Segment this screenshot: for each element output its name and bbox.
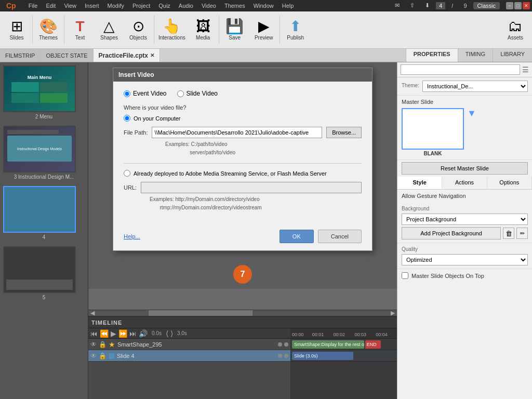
smartshape-track-item: SmartShape:Display for the rest of the s… bbox=[292, 340, 364, 349]
eye-icon-smartshape[interactable]: 👁 bbox=[90, 341, 97, 348]
play-back-btn[interactable]: ⏮ bbox=[90, 329, 98, 338]
toolbar-interactions[interactable]: 👆 Interactions bbox=[155, 11, 189, 48]
menu-insert[interactable]: Insert bbox=[81, 3, 103, 9]
minimize-button[interactable]: − bbox=[506, 2, 513, 9]
maximize-button[interactable]: □ bbox=[514, 2, 522, 9]
classic-button[interactable]: Classic bbox=[473, 2, 500, 9]
theme-select[interactable]: Instructional_De... bbox=[422, 81, 528, 92]
menu-modify[interactable]: Modify bbox=[103, 3, 128, 9]
menu-view[interactable]: View bbox=[60, 3, 81, 9]
toolbar-text[interactable]: T Text bbox=[65, 11, 95, 48]
menu-video[interactable]: Video bbox=[197, 3, 220, 9]
toolbar-objects[interactable]: ⊙ Objects bbox=[124, 11, 153, 48]
toolbar-sep-3 bbox=[154, 16, 154, 44]
shapes-label: Shapes bbox=[100, 35, 118, 41]
text-label: Text bbox=[75, 35, 85, 41]
menu-project[interactable]: Project bbox=[128, 3, 154, 9]
eye-icon-slide4[interactable]: 👁 bbox=[90, 352, 97, 360]
toolbar-media[interactable]: 🖼 Media bbox=[189, 11, 218, 48]
filmstrip-slide-2[interactable]: Main Menu 2 Menu bbox=[0, 62, 88, 123]
menu-window[interactable]: Window bbox=[249, 3, 278, 9]
menu-help[interactable]: Help bbox=[278, 3, 298, 9]
toolbar-save[interactable]: 💾 Save bbox=[220, 11, 249, 48]
smartshape-name: SmartShape_295 bbox=[117, 341, 276, 348]
slide-video-label[interactable]: Slide Video bbox=[177, 90, 218, 97]
play-prev-btn[interactable]: ⏪ bbox=[100, 329, 109, 338]
bg-select[interactable]: Project Background bbox=[402, 214, 528, 225]
toolbar-assets[interactable]: 🗂 Assets bbox=[501, 11, 530, 48]
event-video-label[interactable]: Event Video bbox=[124, 90, 167, 97]
footer-buttons: OK Cancel bbox=[280, 230, 362, 243]
tab-properties[interactable]: PROPERTIES bbox=[406, 49, 458, 62]
slide-video-radio[interactable] bbox=[177, 90, 184, 97]
toolbar-publish[interactable]: ⬆ Publish bbox=[281, 11, 310, 48]
deployed-radio[interactable] bbox=[124, 170, 130, 177]
time-mark-2: 00:02 bbox=[334, 332, 345, 337]
menu-edit[interactable]: Edit bbox=[42, 3, 60, 9]
toolbar-slides[interactable]: ⊞ Slides bbox=[2, 11, 31, 48]
toolbar-shapes[interactable]: △ Shapes bbox=[95, 11, 124, 48]
master-objects-checkbox[interactable] bbox=[402, 272, 408, 279]
actions-tab[interactable]: Actions bbox=[442, 177, 487, 189]
tab-file[interactable]: PracticeFile.cptx ✕ bbox=[94, 49, 160, 62]
share-icon[interactable]: ⇧ bbox=[406, 2, 419, 9]
file-path-input[interactable] bbox=[152, 127, 322, 138]
timeline-arrow-left[interactable]: ⟨ bbox=[166, 329, 168, 338]
reset-master-button[interactable]: Reset Master Slide bbox=[402, 162, 528, 175]
master-slide-thumb[interactable] bbox=[402, 108, 464, 150]
close-button[interactable]: ✕ bbox=[523, 2, 530, 9]
deployed-option: Already deployed to Adobe Media Streamin… bbox=[124, 170, 362, 177]
scroll-thumb[interactable] bbox=[149, 310, 252, 316]
menu-quiz[interactable]: Quiz bbox=[154, 3, 175, 9]
on-computer-radio[interactable] bbox=[124, 115, 130, 122]
delete-bg-button[interactable]: 🗑 bbox=[503, 228, 514, 239]
help-link[interactable]: Help... bbox=[124, 233, 140, 240]
url-input[interactable] bbox=[141, 182, 362, 193]
horizontal-scrollbar[interactable]: ◀ ▶ bbox=[88, 310, 397, 316]
options-tab[interactable]: Options bbox=[487, 177, 532, 189]
tab-timing[interactable]: TIMING bbox=[458, 49, 493, 62]
ok-button[interactable]: OK bbox=[280, 230, 314, 243]
edit-bg-button[interactable]: ✏ bbox=[516, 228, 528, 239]
timeline-arrow-right[interactable]: ⟩ bbox=[170, 329, 173, 338]
menu-themes[interactable]: Themes bbox=[220, 3, 249, 9]
panel-search-input[interactable] bbox=[401, 64, 520, 75]
style-tab[interactable]: Style bbox=[397, 177, 442, 189]
audio-btn[interactable]: 🔊 bbox=[139, 329, 148, 338]
tab-filmstrip[interactable]: FILMSTRIP bbox=[0, 49, 41, 62]
search-list-icon[interactable]: ☰ bbox=[522, 65, 529, 74]
save-icon: 💾 bbox=[225, 19, 244, 34]
menu-file[interactable]: File bbox=[24, 3, 42, 9]
tab-bar: FILMSTRIP OBJECT STATE PracticeFile.cptx… bbox=[0, 49, 532, 62]
where-question: Where is your video file? bbox=[124, 104, 362, 111]
tab-library[interactable]: LIBRARY bbox=[493, 49, 532, 62]
toolbar-themes[interactable]: 🎨 Themes bbox=[34, 11, 63, 48]
event-video-radio[interactable] bbox=[124, 90, 130, 97]
timeline-area: TIMELINE ⏮ ⏪ ▶ ⏩ ⏭ 🔊 0.0s ⟨ ⟩ 3.0s bbox=[88, 316, 397, 399]
tab-object-state[interactable]: OBJECT STATE bbox=[41, 49, 93, 62]
expand-master-icon[interactable]: ▼ bbox=[467, 108, 476, 119]
filmstrip-slide-4[interactable]: 4 bbox=[0, 183, 88, 243]
play-end-btn[interactable]: ⏭ bbox=[129, 329, 137, 338]
quality-select[interactable]: Optimized bbox=[402, 254, 528, 265]
add-bg-row: Add Project Background 🗑 ✏ bbox=[402, 227, 528, 240]
timeline-row-slide4: 👁 🔒 ▦ Slide 4 bbox=[88, 350, 290, 362]
browse-button[interactable]: Browse... bbox=[326, 127, 362, 138]
menu-audio[interactable]: Audio bbox=[175, 3, 197, 9]
download-icon[interactable]: ⬇ bbox=[421, 2, 434, 9]
toolbar-preview[interactable]: ▶ Preview bbox=[249, 11, 278, 48]
assets-label: Assets bbox=[508, 35, 523, 41]
filmstrip-slide-3[interactable]: Instructional Design Models 3 Instructio… bbox=[0, 123, 88, 183]
file-tab-label: PracticeFile.cptx bbox=[99, 52, 148, 59]
lock-icon-smartshape[interactable]: 🔒 bbox=[99, 341, 107, 348]
close-file-icon[interactable]: ✕ bbox=[150, 52, 154, 58]
gesture-row: Allow Gesture Navigation bbox=[397, 190, 532, 203]
filmstrip-slide-5[interactable]: 5 bbox=[0, 243, 88, 303]
email-icon[interactable]: ✉ bbox=[391, 2, 404, 9]
lock-icon-slide4[interactable]: 🔒 bbox=[99, 352, 107, 360]
play-btn[interactable]: ▶ bbox=[111, 329, 116, 338]
cancel-button[interactable]: Cancel bbox=[318, 230, 362, 243]
add-bg-button[interactable]: Add Project Background bbox=[402, 227, 501, 240]
event-video-text: Event Video bbox=[133, 90, 167, 97]
play-next-btn[interactable]: ⏩ bbox=[118, 329, 127, 338]
